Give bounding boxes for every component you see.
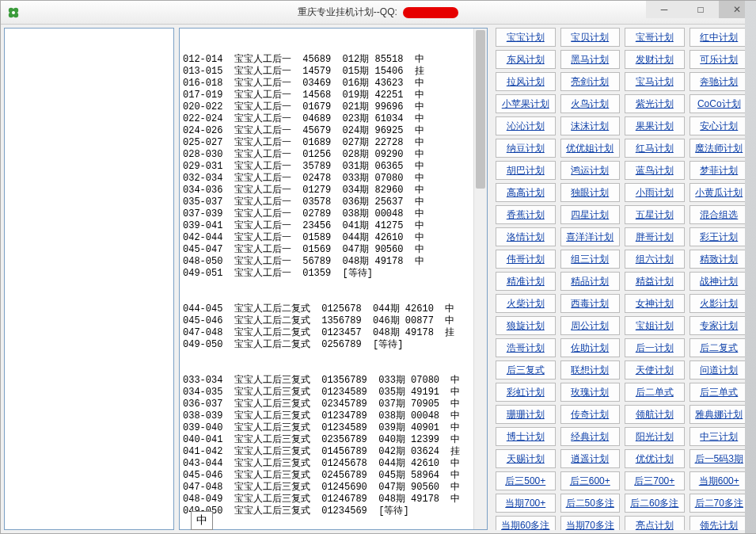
log-line: 020-022 宝宝人工后一 01679 021期 99696 中 <box>183 101 484 113</box>
plan-link[interactable]: 蓝鸟计划 <box>636 164 674 177</box>
plan-link[interactable]: 后二50多注 <box>566 497 614 510</box>
plan-link[interactable]: 香蕉计划 <box>507 208 545 222</box>
scrollbar[interactable] <box>473 29 487 529</box>
plan-link[interactable]: 中三计划 <box>700 430 738 444</box>
plan-link[interactable]: 可乐计划 <box>700 53 738 67</box>
plan-link[interactable]: 传奇计划 <box>571 408 609 421</box>
plan-link[interactable]: 后三500+ <box>505 475 545 488</box>
plan-link[interactable]: 周公计划 <box>571 319 609 333</box>
plan-link[interactable]: 联想计划 <box>571 364 609 377</box>
plan-link[interactable]: 纳豆计划 <box>507 142 545 155</box>
plan-link[interactable]: 洛情计划 <box>507 231 545 244</box>
plan-link[interactable]: 五星计划 <box>636 208 674 222</box>
plan-link[interactable]: 火柴计划 <box>507 297 545 311</box>
plan-link[interactable]: 混合组选 <box>700 208 738 222</box>
plan-link[interactable]: 狼旋计划 <box>507 319 545 333</box>
plan-link[interactable]: 问道计划 <box>700 364 738 377</box>
plan-link[interactable]: 后一5码3期 <box>695 452 743 466</box>
log-line: 036-037 宝宝人工后三复式 02345789 037期 70905 中 <box>183 399 484 410</box>
plan-link[interactable]: 精益计划 <box>636 275 674 288</box>
plan-cell: 优优计划 <box>625 449 685 468</box>
plan-link[interactable]: 后三单式 <box>700 386 738 399</box>
plan-link[interactable]: 当期70多注 <box>566 519 614 531</box>
scrollbar-thumb[interactable] <box>476 30 485 189</box>
plan-link[interactable]: 紫光计划 <box>636 97 674 111</box>
plan-link[interactable]: 雅典娜计划 <box>695 408 743 421</box>
plan-link[interactable]: 沁沁计划 <box>507 120 545 133</box>
plan-link[interactable]: 亮点计划 <box>636 519 674 531</box>
plan-link[interactable]: 伟哥计划 <box>507 253 545 266</box>
plan-link[interactable]: 领先计划 <box>700 519 738 531</box>
plan-link[interactable]: 优优计划 <box>636 452 674 466</box>
plan-link[interactable]: 后三700+ <box>634 475 674 488</box>
plan-link[interactable]: 组六计划 <box>636 253 674 266</box>
plan-link[interactable]: 宝哥计划 <box>636 31 674 44</box>
plan-link[interactable]: 领航计划 <box>636 408 674 421</box>
plan-link[interactable]: 精准计划 <box>507 275 545 288</box>
plan-link[interactable]: 当期600+ <box>699 475 739 488</box>
plan-link[interactable]: 高高计划 <box>507 186 545 200</box>
plan-link[interactable]: 组三计划 <box>571 253 609 266</box>
plan-link[interactable]: 博士计划 <box>507 430 545 444</box>
plan-link[interactable]: 天使计划 <box>636 364 674 377</box>
plan-link[interactable]: 优优姐计划 <box>566 142 614 155</box>
plan-link[interactable]: 玫瑰计划 <box>571 386 609 399</box>
plan-link[interactable]: 黑马计划 <box>571 53 609 67</box>
plan-link[interactable]: 宝马计划 <box>636 75 674 89</box>
plan-link[interactable]: 小苹果计划 <box>502 97 549 111</box>
plan-link[interactable]: 小黄瓜计划 <box>695 186 743 200</box>
plan-link[interactable]: 逍遥计划 <box>571 452 609 466</box>
plan-link[interactable]: 佐助计划 <box>571 341 609 355</box>
plan-link[interactable]: 果果计划 <box>636 120 674 133</box>
plan-link[interactable]: 鸿运计划 <box>571 164 609 177</box>
plan-link[interactable]: 精致计划 <box>700 253 738 266</box>
plan-link[interactable]: 红马计划 <box>636 142 674 155</box>
plan-link[interactable]: 女神计划 <box>636 297 674 311</box>
plan-link[interactable]: 当期700+ <box>505 497 545 510</box>
plan-link[interactable]: CoCo计划 <box>697 97 741 111</box>
plan-link[interactable]: 梦菲计划 <box>700 164 738 177</box>
plan-link[interactable]: 宝宝计划 <box>507 31 545 44</box>
plan-link[interactable]: 经典计划 <box>571 430 609 444</box>
plan-link[interactable]: 小雨计划 <box>636 186 674 200</box>
plan-link[interactable]: 安心计划 <box>700 120 738 133</box>
plan-link[interactable]: 喜洋洋计划 <box>566 231 614 244</box>
plan-link[interactable]: 珊珊计划 <box>507 408 545 421</box>
plan-link[interactable]: 后二单式 <box>636 386 674 399</box>
plan-link[interactable]: 后二70多注 <box>695 497 743 510</box>
plan-link[interactable]: 浩哥计划 <box>507 341 545 355</box>
maximize-button[interactable]: □ <box>682 1 719 18</box>
plan-link[interactable]: 独眼计划 <box>571 186 609 200</box>
plan-link[interactable]: 拉风计划 <box>507 75 545 89</box>
minimize-button[interactable]: ─ <box>646 1 682 18</box>
plan-link[interactable]: 红中计划 <box>700 31 738 44</box>
plan-link[interactable]: 胡巴计划 <box>507 164 545 177</box>
plan-link[interactable]: 专家计划 <box>700 319 738 333</box>
plan-link[interactable]: 东风计划 <box>507 53 545 67</box>
plan-link[interactable]: 后二60多注 <box>630 497 678 510</box>
plan-link[interactable]: 彩虹计划 <box>507 386 545 399</box>
plan-link[interactable]: 魔法师计划 <box>695 142 743 155</box>
plan-link[interactable]: 阳光计划 <box>636 430 674 444</box>
plan-link[interactable]: 西毒计划 <box>571 297 609 311</box>
plan-link[interactable]: 胖哥计划 <box>636 231 674 244</box>
plan-link[interactable]: 战神计划 <box>700 275 738 288</box>
plan-link[interactable]: 后二复式 <box>700 341 738 355</box>
plan-link[interactable]: 精品计划 <box>571 275 609 288</box>
plan-link[interactable]: 火鸟计划 <box>571 97 609 111</box>
float-tag[interactable]: 中 <box>191 511 213 530</box>
plan-link[interactable]: 彩王计划 <box>700 231 738 244</box>
plan-link[interactable]: 后三复式 <box>507 364 545 377</box>
plan-link[interactable]: 亮剑计划 <box>571 75 609 89</box>
plan-link[interactable]: 后三600+ <box>570 475 610 488</box>
plan-link[interactable]: 宝姐计划 <box>636 319 674 333</box>
plan-link[interactable]: 火影计划 <box>700 297 738 311</box>
plan-link[interactable]: 发财计划 <box>636 53 674 67</box>
plan-link[interactable]: 沫沫计划 <box>571 120 609 133</box>
plan-link[interactable]: 四星计划 <box>571 208 609 222</box>
plan-link[interactable]: 天赐计划 <box>507 452 545 466</box>
plan-link[interactable]: 当期60多注 <box>501 519 549 531</box>
plan-link[interactable]: 宝贝计划 <box>571 31 609 44</box>
plan-link[interactable]: 后一计划 <box>636 341 674 355</box>
plan-link[interactable]: 奔驰计划 <box>700 75 738 89</box>
